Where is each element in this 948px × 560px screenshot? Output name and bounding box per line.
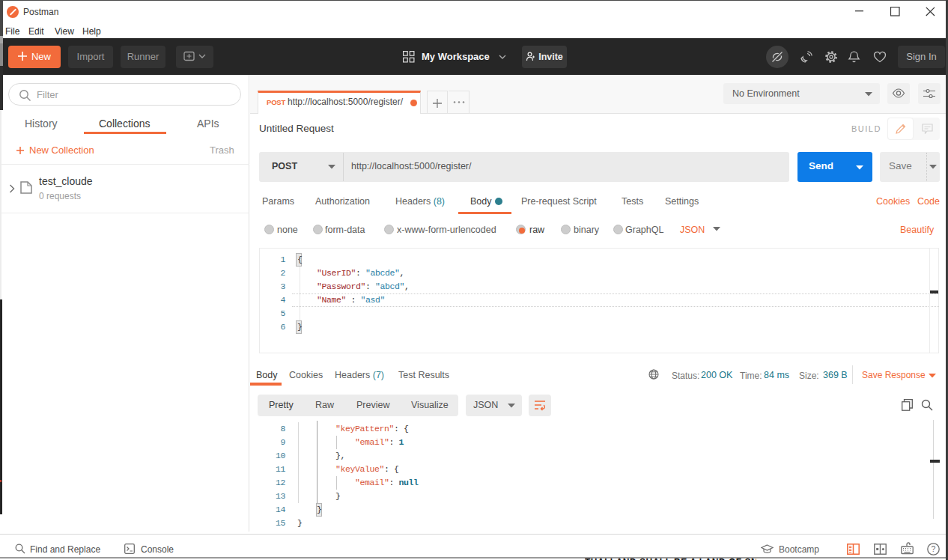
svg-text:?: ? <box>932 544 936 553</box>
